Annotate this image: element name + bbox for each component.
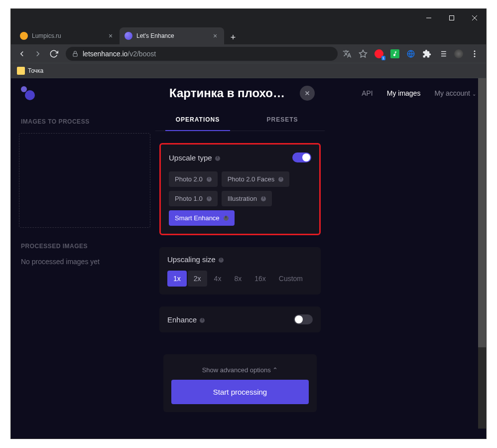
images-to-process-label: IMAGES TO PROCESS [19, 118, 150, 125]
nav-my-account[interactable]: My account⌄ [434, 89, 476, 97]
enhance-card: Enhance [159, 306, 321, 332]
nav-my-images[interactable]: My images [387, 89, 421, 97]
enhance-toggle[interactable] [294, 314, 313, 324]
globe-ext-icon[interactable] [406, 49, 415, 58]
panel-tabs: OPERATIONS PRESETS [155, 108, 325, 131]
window-minimize-button[interactable] [417, 9, 440, 26]
lock-icon [72, 50, 79, 57]
advanced-options-button[interactable]: Show advanced options ⌃ [167, 360, 313, 380]
url-text: letsenhance.io/v2/boost [83, 50, 156, 58]
start-processing-button[interactable]: Start processing [171, 380, 309, 404]
chip-photo-2[interactable]: Photo 2.0 [169, 171, 218, 187]
tab-presets[interactable]: PRESETS [240, 108, 325, 131]
svg-point-15 [474, 55, 476, 57]
tab-letsenhance[interactable]: Let's Enhance × [120, 27, 224, 44]
translate-icon[interactable] [343, 49, 352, 58]
size-2x[interactable]: 2x [188, 271, 207, 287]
bookmark-item[interactable]: Точка [17, 67, 43, 75]
chevron-down-icon: ⌄ [472, 91, 476, 97]
tab-lumpics[interactable]: Lumpics.ru × [15, 27, 120, 44]
page-title: Картинка в плохо… [169, 86, 285, 100]
window-maximize-button[interactable] [440, 9, 463, 26]
back-button[interactable] [15, 47, 29, 61]
bookmark-label: Точка [28, 67, 43, 74]
no-processed-text: No processed images yet [19, 258, 150, 266]
processed-images-label: PROCESSED IMAGES [19, 243, 150, 250]
size-custom[interactable]: Custom [273, 271, 309, 287]
close-panel-button[interactable] [300, 86, 315, 101]
toolbar: letsenhance.io/v2/boost 1 [11, 44, 486, 63]
favicon-icon [124, 32, 132, 40]
svg-marker-5 [360, 50, 367, 57]
tabstrip: Lumpics.ru × Let's Enhance × + [11, 26, 486, 44]
svg-rect-1 [450, 15, 454, 20]
scrollbar-thumb[interactable] [478, 78, 486, 347]
size-4x[interactable]: 4x [208, 271, 228, 287]
chip-photo-2-faces[interactable]: Photo 2.0 Faces [222, 171, 290, 187]
favicon-icon [20, 32, 28, 40]
size-1x[interactable]: 1x [167, 271, 187, 287]
tab-close-button[interactable]: × [211, 32, 219, 40]
size-16x[interactable]: 16x [248, 271, 272, 287]
svg-rect-4 [73, 53, 77, 56]
opera-ext-icon[interactable]: 1 [374, 49, 383, 58]
reload-button[interactable] [47, 47, 61, 61]
dropzone[interactable] [19, 133, 150, 228]
tab-close-button[interactable]: × [107, 32, 115, 40]
info-icon[interactable] [207, 177, 212, 182]
chip-smart-enhance[interactable]: Smart Enhance [169, 210, 235, 226]
svg-point-14 [474, 53, 476, 54]
info-icon[interactable] [200, 318, 205, 323]
extension-icons: 1 [343, 49, 482, 58]
media-icon[interactable] [438, 49, 447, 58]
bookmarks-bar: Точка [11, 63, 486, 78]
info-icon[interactable] [215, 156, 220, 161]
upscaling-size-card: Upscaling size 1x 2x 4x 8x 16x Custom [159, 247, 321, 295]
upscale-type-toggle[interactable] [292, 152, 311, 162]
star-icon[interactable] [359, 49, 368, 58]
menu-icon[interactable] [470, 49, 479, 58]
main-panel: OPERATIONS PRESETS Upscale type Photo 2.… [155, 108, 486, 439]
upscale-type-card: Upscale type Photo 2.0 Photo 2.0 Faces P… [159, 143, 321, 235]
info-icon[interactable] [278, 177, 283, 182]
info-icon[interactable] [261, 196, 266, 201]
browser-window: Lumpics.ru × Let's Enhance × + letsenhan… [10, 8, 487, 439]
folder-icon [17, 67, 25, 75]
app-header: Картинка в плохо… API My images My accou… [11, 78, 486, 108]
upscaling-size-title: Upscaling size [167, 255, 224, 264]
upscale-type-title: Upscale type [169, 153, 220, 162]
music-ext-icon[interactable] [390, 49, 399, 58]
chip-illustration[interactable]: Illustration [222, 191, 272, 206]
window-close-button[interactable] [463, 9, 486, 26]
tab-title: Lumpics.ru [32, 32, 105, 39]
titlebar [11, 9, 486, 26]
enhance-title: Enhance [167, 315, 205, 324]
address-bar[interactable]: letsenhance.io/v2/boost [66, 47, 338, 61]
info-icon[interactable] [224, 216, 229, 221]
info-icon[interactable] [207, 196, 212, 201]
nav-api[interactable]: API [362, 89, 373, 97]
header-nav: API My images My account⌄ [362, 89, 476, 97]
tab-operations[interactable]: OPERATIONS [155, 108, 240, 131]
puzzle-icon[interactable] [422, 49, 431, 58]
avatar-icon[interactable] [454, 49, 463, 58]
svg-point-13 [474, 50, 476, 52]
tab-title: Let's Enhance [136, 32, 209, 39]
chip-photo-1[interactable]: Photo 1.0 [169, 191, 218, 206]
info-icon[interactable] [219, 258, 224, 263]
app-content: Картинка в плохо… API My images My accou… [11, 78, 486, 439]
footer-card: Show advanced options ⌃ Start processing [163, 354, 317, 412]
forward-button[interactable] [31, 47, 45, 61]
size-8x[interactable]: 8x [228, 271, 248, 287]
sidebar: IMAGES TO PROCESS PROCESSED IMAGES No pr… [11, 108, 155, 439]
scrollbar[interactable] [478, 78, 486, 429]
logo-icon[interactable] [21, 86, 35, 100]
chevron-up-icon: ⌃ [272, 366, 278, 374]
new-tab-button[interactable]: + [226, 30, 240, 44]
